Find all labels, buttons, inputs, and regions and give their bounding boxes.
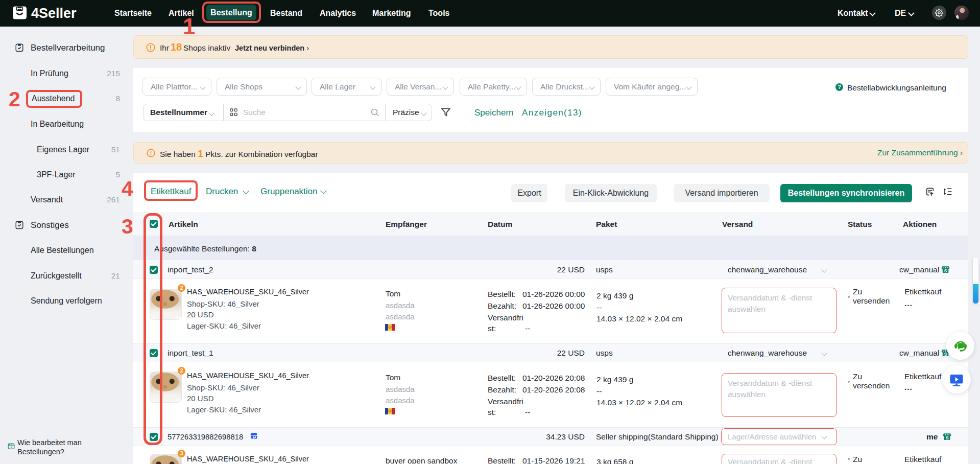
svg-text:S: S [946, 435, 949, 440]
svg-text:S: S [944, 268, 947, 273]
svg-text:S: S [944, 352, 947, 357]
